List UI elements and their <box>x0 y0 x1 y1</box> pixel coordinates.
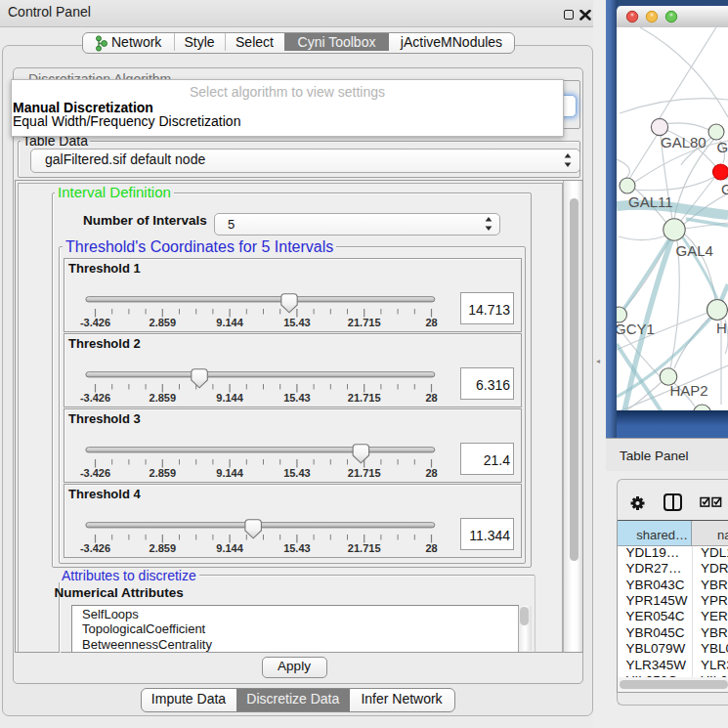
svg-text:GA: GA <box>717 139 728 155</box>
svg-text:9.144: 9.144 <box>216 542 243 554</box>
svg-text:2.859: 2.859 <box>149 542 176 554</box>
svg-text:21.715: 21.715 <box>347 317 380 328</box>
svg-text:9.144: 9.144 <box>216 467 243 479</box>
svg-text:15.43: 15.43 <box>283 542 311 554</box>
svg-text:9.144: 9.144 <box>216 392 243 404</box>
svg-text:-3.426: -3.426 <box>79 467 109 479</box>
svg-text:GAL80: GAL80 <box>661 134 707 150</box>
svg-text:28: 28 <box>425 317 437 328</box>
svg-text:-3.426: -3.426 <box>79 392 109 404</box>
svg-text:15.43: 15.43 <box>283 317 311 328</box>
svg-text:28: 28 <box>425 392 437 404</box>
svg-text:15.43: 15.43 <box>283 467 311 479</box>
svg-text:GCY1: GCY1 <box>617 321 655 337</box>
svg-text:21.715: 21.715 <box>347 542 380 554</box>
svg-text:HAP2: HAP2 <box>670 382 708 399</box>
svg-text:15.43: 15.43 <box>283 392 311 404</box>
svg-text:9.144: 9.144 <box>216 317 243 328</box>
svg-text:2.859: 2.859 <box>149 392 176 404</box>
svg-text:21.715: 21.715 <box>347 392 380 404</box>
svg-text:H: H <box>716 320 727 336</box>
svg-text:28: 28 <box>425 467 437 479</box>
svg-text:2.859: 2.859 <box>149 317 176 328</box>
svg-text:GAL11: GAL11 <box>628 193 673 210</box>
svg-text:21.715: 21.715 <box>347 467 380 479</box>
svg-text:GAL4: GAL4 <box>676 242 713 259</box>
svg-text:-3.426: -3.426 <box>79 317 109 328</box>
svg-text:2.859: 2.859 <box>149 467 176 479</box>
svg-text:28: 28 <box>425 542 437 554</box>
svg-text:-3.426: -3.426 <box>79 542 109 554</box>
svg-text:G: G <box>721 181 728 197</box>
